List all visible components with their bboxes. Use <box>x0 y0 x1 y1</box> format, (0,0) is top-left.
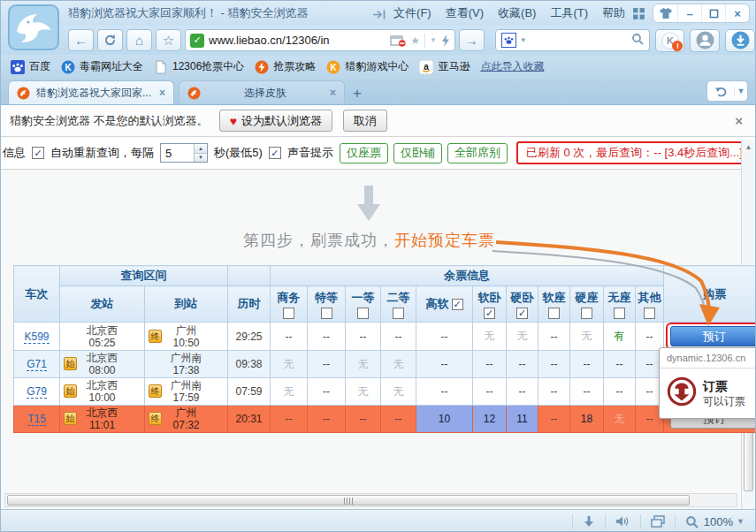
seat-filter-checkbox[interactable] <box>614 308 625 319</box>
bookmark-item[interactable]: 点此导入收藏 <box>476 57 548 76</box>
url-text[interactable]: www.liebao.cn/12306/in <box>209 34 386 47</box>
train-number-link[interactable]: G71 <box>27 358 47 371</box>
seat-count-cell: -- <box>308 378 346 406</box>
train-number-link[interactable]: K599 <box>24 331 49 344</box>
address-dropdown-icon[interactable]: ▼ <box>430 36 437 44</box>
home-button[interactable]: ⌂ <box>126 29 152 51</box>
menu-item[interactable]: 收藏(B) <box>498 5 536 21</box>
tab-label: 选择皮肤 <box>207 86 324 101</box>
tab-close-icon[interactable]: × <box>330 87 336 99</box>
zoom-dropdown-icon[interactable]: ▼ <box>737 517 745 526</box>
filter-button[interactable]: 仅卧铺 <box>393 143 442 163</box>
seat-filter-checkbox[interactable]: ✓ <box>516 308 528 319</box>
seat-column-label: 高软 <box>426 296 449 312</box>
search-box[interactable]: ▼ <box>495 29 650 51</box>
china-railway-logo-icon <box>667 376 697 410</box>
back-button[interactable]: ← <box>68 29 94 51</box>
apps-grid-icon[interactable] <box>632 7 645 20</box>
station-badge: 终 <box>149 330 162 343</box>
statusbar-download-icon[interactable] <box>583 515 595 528</box>
book-button[interactable]: 预订 <box>670 326 755 346</box>
interval-spinner[interactable]: 5 ▲ ▼ <box>160 143 208 163</box>
cancel-button[interactable]: 取消 <box>343 110 387 132</box>
station-name: 广州南 <box>145 352 227 364</box>
restore-dropdown-icon[interactable]: ▼ <box>734 87 747 95</box>
statusbar-speaker-icon[interactable] <box>615 515 630 528</box>
seat-count-cell: -- <box>308 351 346 378</box>
interval-value[interactable]: 5 <box>161 144 194 162</box>
k-blue-icon: K <box>61 60 75 74</box>
seat-count-cell: -- <box>308 406 346 433</box>
tab-inactive[interactable]: 选择皮肤× <box>179 80 345 104</box>
spinner-arrows[interactable]: ▲ ▼ <box>194 144 207 162</box>
duration-cell: 09:38 <box>228 351 271 378</box>
zoom-level[interactable]: 100% <box>704 515 733 528</box>
lightning-boost-icon[interactable] <box>441 34 450 47</box>
train-number-link[interactable]: G79 <box>27 385 47 399</box>
seat-filter-checkbox[interactable]: ✓ <box>452 299 463 310</box>
seat-filter-checkbox[interactable] <box>283 308 294 319</box>
spinner-up-icon[interactable]: ▲ <box>195 144 207 153</box>
scroll-up-icon[interactable]: ▲ <box>742 140 755 154</box>
popup-blocked-icon[interactable] <box>390 34 406 47</box>
menu-item[interactable]: 查看(V) <box>446 5 484 21</box>
horizontal-scrollbar[interactable] <box>4 493 737 507</box>
bookmark-item[interactable]: K毒霸网址大全 <box>57 57 148 76</box>
seat-filter-checkbox[interactable] <box>393 308 404 319</box>
notification-close-icon[interactable]: × <box>731 113 746 128</box>
auto-refresh-checkbox[interactable]: ✓ <box>32 147 44 159</box>
sound-alert-checkbox[interactable]: ✓ <box>269 147 281 159</box>
bookmark-item[interactable]: K猎豹游戏中心 <box>322 57 413 76</box>
tab-active[interactable]: 猎豹浏览器祝大家回家...× <box>8 80 174 104</box>
maximize-button[interactable] <box>701 4 725 22</box>
station-name: 北京西 <box>60 324 144 337</box>
search-magnifier-icon[interactable] <box>631 33 644 49</box>
bookmark-item[interactable]: 抢票攻略 <box>250 57 320 76</box>
search-engine-paw-icon[interactable] <box>501 33 516 48</box>
filter-button[interactable]: 仅座票 <box>340 143 388 163</box>
train-cell: T15 <box>14 406 60 433</box>
skin-button[interactable] <box>653 4 677 22</box>
bookmark-star-button[interactable]: ☆ <box>156 29 181 51</box>
add-favorite-icon[interactable]: ★ <box>410 34 420 47</box>
new-tab-button[interactable]: + <box>345 82 370 104</box>
minimize-button[interactable]: – <box>677 4 701 22</box>
seat-filter-checkbox[interactable] <box>548 308 560 319</box>
seat-filter-checkbox[interactable] <box>644 308 655 319</box>
ball-orange-icon <box>255 60 269 74</box>
seat-count-cell: 无 <box>271 351 308 378</box>
seat-filter-checkbox[interactable] <box>581 308 592 319</box>
kingsoft-account-button[interactable]: K ! <box>655 29 685 52</box>
bookmark-item[interactable]: a亚马逊 <box>415 57 474 76</box>
horizontal-scrollbar-thumb[interactable] <box>7 495 690 505</box>
address-bar[interactable]: ✓ www.liebao.cn/12306/in ★ ▼ <box>185 29 455 51</box>
train-number-link[interactable]: T15 <box>27 413 46 426</box>
go-button[interactable]: → <box>459 29 485 51</box>
search-engine-dropdown-icon[interactable]: ▼ <box>520 36 527 44</box>
tab-close-icon[interactable]: × <box>159 87 165 99</box>
menu-item[interactable]: 文件(F) <box>393 5 431 21</box>
spinner-down-icon[interactable]: ▼ <box>195 153 207 163</box>
filter-button[interactable]: 全部席别 <box>447 143 508 163</box>
seat-column-header: 软卧✓ <box>473 286 507 323</box>
close-button[interactable]: × <box>725 4 749 22</box>
statusbar-windows-icon[interactable] <box>651 515 665 528</box>
seat-filter-checkbox[interactable] <box>321 308 332 319</box>
set-default-browser-button[interactable]: ♥ 设为默认浏览器 <box>219 110 332 132</box>
user-login-button[interactable] <box>690 29 720 52</box>
download-manager-button[interactable] <box>725 29 755 52</box>
seat-column-label: 硬座 <box>576 290 599 306</box>
restore-closed-tab-button[interactable]: ▼ <box>706 80 748 102</box>
refresh-button[interactable] <box>97 29 123 51</box>
menu-item[interactable]: 工具(T) <box>550 5 588 21</box>
bookmark-item[interactable]: 百度 <box>6 57 55 76</box>
seat-count-cell: -- <box>473 378 507 406</box>
zoom-magnifier-icon[interactable] <box>685 515 699 528</box>
menu-item[interactable]: 帮助 <box>602 5 625 21</box>
liebao-logo-icon[interactable] <box>8 4 59 50</box>
paw-icon <box>11 60 25 74</box>
bookmark-item[interactable]: 12306抢票中心 <box>149 57 248 76</box>
seat-filter-checkbox[interactable]: ✓ <box>484 308 495 319</box>
seat-filter-checkbox[interactable] <box>357 308 369 319</box>
collapse-toolbar-icon[interactable] <box>372 8 386 19</box>
